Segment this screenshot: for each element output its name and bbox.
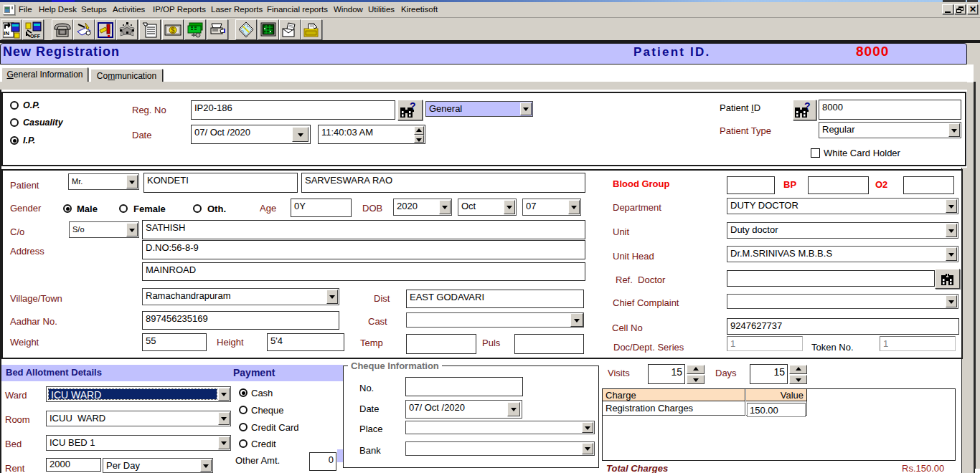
svg-text:OFF: OFF <box>30 34 41 39</box>
svg-text:$: $ <box>171 27 175 34</box>
svg-text:IN: IN <box>4 30 9 37</box>
